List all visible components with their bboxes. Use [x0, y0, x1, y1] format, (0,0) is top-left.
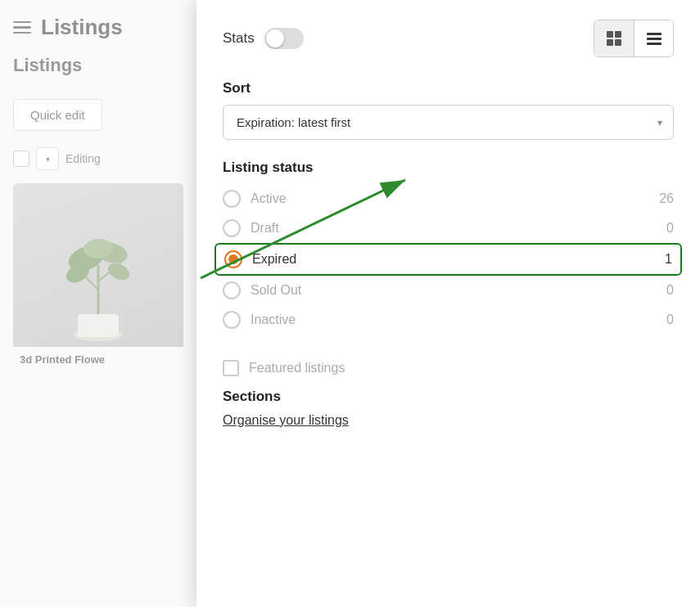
toggle-knob: [266, 29, 284, 47]
status-draft-radio[interactable]: [223, 219, 241, 237]
status-active-count: 26: [659, 191, 674, 206]
organise-link[interactable]: Organise your listings: [223, 413, 349, 427]
status-expired-label: Expired: [252, 252, 652, 267]
sections-section: Sections Organise your listings: [223, 389, 674, 428]
stats-row: Stats: [223, 20, 674, 57]
status-inactive-row: Inactive 0: [223, 305, 674, 335]
sort-wrapper: Expiration: latest first Expiration: ear…: [223, 105, 674, 140]
status-active-row: Active 26: [223, 184, 674, 214]
stats-toggle[interactable]: [264, 28, 304, 49]
status-expired-radio[interactable]: [224, 250, 242, 268]
stats-left: Stats: [223, 28, 304, 49]
status-soldout-label: Sold Out: [251, 283, 653, 298]
featured-row: Featured listings: [223, 354, 674, 382]
status-active-label: Active: [251, 191, 646, 206]
status-soldout-row: Sold Out 0: [223, 276, 674, 305]
featured-checkbox[interactable]: [223, 360, 239, 376]
grid-icon: [607, 31, 621, 46]
status-soldout-radio[interactable]: [223, 281, 241, 299]
filter-overlay: Stats Sort Expiration: latest first Expi…: [196, 0, 700, 607]
stats-label: Stats: [223, 30, 255, 47]
status-inactive-label: Inactive: [251, 312, 653, 327]
sort-select[interactable]: Expiration: latest first Expiration: ear…: [223, 105, 674, 140]
status-soldout-count: 0: [666, 283, 674, 298]
listing-status-title: Listing status: [223, 160, 674, 176]
sections-title: Sections: [223, 389, 674, 405]
status-inactive-radio[interactable]: [223, 311, 241, 329]
list-icon: [647, 33, 662, 45]
listing-status-section: Listing status Active 26 Draft 0 Expired…: [223, 160, 674, 335]
status-expired-count: 1: [665, 252, 672, 267]
status-draft-label: Draft: [251, 221, 653, 236]
list-view-button[interactable]: [634, 20, 673, 56]
view-buttons: [594, 20, 674, 57]
status-draft-count: 0: [666, 221, 674, 236]
featured-label: Featured listings: [249, 361, 345, 375]
status-inactive-count: 0: [666, 312, 674, 327]
status-active-radio[interactable]: [223, 190, 241, 208]
status-draft-row: Draft 0: [223, 214, 674, 243]
status-expired-row: Expired 1: [215, 243, 682, 276]
grid-view-button[interactable]: [594, 20, 634, 56]
left-dim-overlay: [0, 0, 196, 607]
sort-title: Sort: [223, 80, 674, 97]
